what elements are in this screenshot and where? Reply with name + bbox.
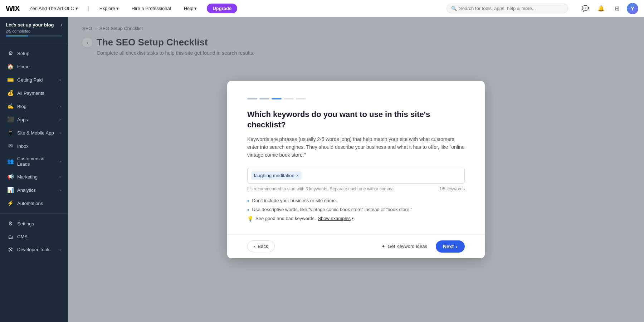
step-dot-2 [259,98,269,99]
sidebar-item-label: CMS [17,234,61,239]
nav-explore[interactable]: Explore ▾ [97,4,122,13]
upgrade-button[interactable]: Upgrade [207,4,237,13]
sidebar-item-getting-paid[interactable]: 💳 Getting Paid › [1,73,67,86]
site-mobile-icon: 📱 [7,130,14,136]
bulb-icon: 💡 [247,216,253,221]
keywords-modal: Which keywords do you want to use in thi… [227,81,485,258]
expand-arrow-icon: › [59,248,61,252]
sidebar-item-label: Automations [17,201,61,206]
apps-icon: ⬛ [7,116,14,123]
modal-step-dots [247,98,465,99]
sidebar-item-automations[interactable]: ⚡ Automations [1,197,67,210]
get-keyword-ideas-button[interactable]: ✦ Get Keyword Ideas [377,241,431,252]
chevron-down-icon: ▾ [194,6,197,11]
modal-body: Which keywords do you want to use in thi… [227,81,485,234]
keyword-input-area[interactable]: laughing meditation × [247,168,465,184]
step-dot-4 [284,98,294,99]
keyword-meta-row: It's recommended to start with 3 keyword… [247,186,465,191]
customers-icon: 👥 [7,158,14,165]
sidebar-item-all-payments[interactable]: 💰 All Payments [1,87,67,99]
nav-hire-professional[interactable]: Hire a Professional [129,4,174,13]
keyword-input[interactable] [304,173,461,178]
sidebar-item-marketing[interactable]: 📢 Marketing › [1,170,67,183]
sidebar-item-label: Customers & Leads [17,156,56,167]
sidebar-item-label: Blog [17,104,56,109]
search-icon: 🔍 [451,6,457,11]
expand-arrow-icon: › [59,188,61,192]
sidebar-item-label: All Payments [17,91,61,96]
sidebar-item-label: Marketing [17,174,56,180]
sidebar-item-blog[interactable]: ✍ Blog › [1,100,67,113]
sidebar-item-label: Getting Paid [17,77,56,83]
back-arrow-icon: ‹ [254,244,255,249]
cms-icon: 🗂 [7,234,14,240]
tip-bullet-icon: • [247,207,249,213]
expand-arrow-icon: › [59,159,61,164]
sidebar-item-label: Apps [17,117,56,122]
sidebar: Let's set up your blog › 2/5 completed ⚙… [0,17,68,322]
sidebar-item-analytics[interactable]: 📊 Analytics › [1,184,67,196]
sidebar-item-developer-tools[interactable]: 🛠 Developer Tools › [1,243,67,256]
sidebar-item-cms[interactable]: 🗂 CMS [1,230,67,243]
sidebar-item-home[interactable]: 🏠 Home [1,60,67,73]
automations-icon: ⚡ [7,200,14,206]
sidebar-item-settings[interactable]: ⚙ Settings [1,217,67,230]
sidebar-setup-title: Let's set up your blog › [6,22,62,28]
keyword-tag-text: laughing meditation [254,173,294,178]
modal-tip-1: • Don't include your business or site na… [247,198,465,204]
topnav-right-actions: 💬 🔔 ⊞ Y [580,3,638,14]
chevron-down-icon: ▾ [75,6,78,11]
site-name-dropdown[interactable]: Zen And The Art Of C ▾ [27,4,81,13]
modal-tip-2: • Use descriptive words, like "vintage c… [247,207,465,213]
setup-icon: ⚙ [7,50,14,57]
show-examples-row: 💡 See good and bad keywords. Show exampl… [247,216,465,221]
search-bar[interactable]: 🔍 [447,4,568,13]
wix-logo: WIX [6,4,20,13]
messages-icon-button[interactable]: 💬 [580,3,591,14]
site-name-label: Zen And The Art Of C [30,6,74,11]
getting-paid-icon: 💳 [7,77,14,83]
keyword-count: 1/5 keywords [439,186,465,191]
next-arrow-icon: › [456,244,458,249]
search-input[interactable] [459,6,564,11]
modal-title: Which keywords do you want to use in thi… [247,109,465,130]
dashboard-icon-button[interactable]: ⊞ [611,3,623,14]
sidebar-item-customers[interactable]: 👥 Customers & Leads › [1,153,67,170]
sidebar-item-label: Home [17,64,61,69]
sidebar-item-inbox[interactable]: ✉ Inbox [1,140,67,152]
content-area: SEO › SEO Setup Checklist ‹ The SEO Setu… [68,17,644,322]
step-dot-3 [272,98,282,99]
expand-arrow-icon: › [59,131,61,135]
chevron-down-icon: ▾ [352,216,354,221]
sidebar-item-apps[interactable]: ⬛ Apps › [1,113,67,126]
modal-back-button[interactable]: ‹ Back [247,240,275,252]
notifications-icon-button[interactable]: 🔔 [595,3,607,14]
main-layout: Let's set up your blog › 2/5 completed ⚙… [0,17,644,322]
keyword-hint: It's recommended to start with 3 keyword… [247,186,395,191]
sidebar-item-label: Settings [17,221,61,226]
modal-description: Keywords are phrases (usually 2-5 words … [247,135,465,159]
step-dot-1 [247,98,257,99]
nav-help[interactable]: Help ▾ [181,4,200,13]
tip-bullet-icon: • [247,198,249,204]
expand-arrow-icon: › [59,78,61,82]
tip-text-2: Use descriptive words, like "vintage com… [252,207,413,212]
sidebar-progress-text: 2/5 completed [6,29,62,33]
sidebar-divider-1 [0,43,68,43]
sidebar-item-label: Setup [17,51,61,56]
step-dot-5 [296,98,306,99]
sidebar-item-setup[interactable]: ⚙ Setup [1,47,67,60]
sidebar-divider-2 [0,213,68,214]
avatar[interactable]: Y [627,3,638,14]
keyword-tag-remove-button[interactable]: × [296,173,299,178]
blog-icon: ✍ [7,103,14,109]
developer-tools-icon: 🛠 [7,247,14,253]
sidebar-item-site-mobile[interactable]: 📱 Site & Mobile App › [1,126,67,139]
sidebar-item-label: Site & Mobile App [17,130,56,136]
modal-footer: ‹ Back ✦ Get Keyword Ideas Next › [227,234,485,258]
next-button[interactable]: Next › [436,240,465,253]
show-examples-link[interactable]: Show examples ▾ [318,216,354,221]
settings-icon: ⚙ [7,220,14,227]
sidebar-progress-bar [6,35,62,36]
modal-footer-right: ✦ Get Keyword Ideas Next › [377,240,465,253]
